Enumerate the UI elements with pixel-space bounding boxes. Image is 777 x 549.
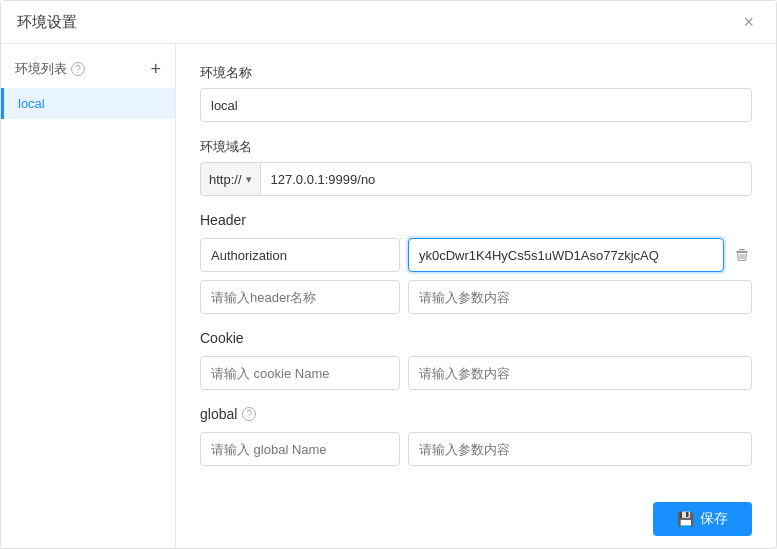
global-value-input-1[interactable] — [408, 432, 752, 466]
main-content: 环境名称 环境域名 http:// ▾ Header — [176, 44, 776, 548]
global-help-icon[interactable]: ? — [242, 407, 256, 421]
env-name-section: 环境名称 — [200, 64, 752, 122]
header-value-input-2[interactable] — [408, 280, 752, 314]
svg-rect-1 — [739, 249, 745, 250]
sidebar: 环境列表 ? + local — [1, 44, 176, 548]
sidebar-header: 环境列表 ? + — [1, 56, 175, 88]
header-key-input-2[interactable] — [200, 280, 400, 314]
protocol-select[interactable]: http:// ▾ — [200, 162, 260, 196]
global-section-title: global ? — [200, 406, 752, 422]
save-button[interactable]: 💾 保存 — [653, 502, 752, 536]
header-key-input-1[interactable] — [200, 238, 400, 272]
header-section-title: Header — [200, 212, 752, 228]
header-kv-row-2 — [200, 280, 752, 314]
trash-icon — [734, 247, 750, 263]
protocol-value: http:// — [209, 172, 242, 187]
env-name-label: 环境名称 — [200, 64, 752, 82]
sidebar-help-icon[interactable]: ? — [71, 62, 85, 76]
env-domain-section: 环境域名 http:// ▾ — [200, 138, 752, 196]
sidebar-header-label: 环境列表 ? — [15, 60, 85, 78]
dialog-title: 环境设置 — [17, 13, 77, 32]
header-kv-row-1 — [200, 238, 752, 272]
domain-input[interactable] — [260, 162, 752, 196]
global-kv-row-1 — [200, 432, 752, 466]
env-domain-label: 环境域名 — [200, 138, 752, 156]
cookie-key-input-1[interactable] — [200, 356, 400, 390]
header-value-input-1[interactable] — [408, 238, 724, 272]
header-section: Header — [200, 212, 752, 314]
domain-row: http:// ▾ — [200, 162, 752, 196]
global-section: global ? — [200, 406, 752, 466]
add-env-button[interactable]: + — [150, 60, 161, 78]
save-label: 保存 — [700, 510, 728, 528]
close-button[interactable]: × — [737, 11, 760, 33]
cookie-section: Cookie — [200, 330, 752, 390]
cookie-value-input-1[interactable] — [408, 356, 752, 390]
dialog-header: 环境设置 × — [1, 1, 776, 44]
save-icon: 💾 — [677, 511, 694, 527]
chevron-down-icon: ▾ — [246, 173, 252, 186]
dialog: 环境设置 × 环境列表 ? + local 环境名称 — [0, 0, 777, 549]
header-delete-button-1[interactable] — [732, 247, 752, 263]
actions-row: 💾 保存 — [200, 482, 752, 536]
sidebar-item-local[interactable]: local — [1, 88, 175, 119]
cookie-section-title: Cookie — [200, 330, 752, 346]
cookie-kv-row-1 — [200, 356, 752, 390]
dialog-body: 环境列表 ? + local 环境名称 环境域名 http:// — [1, 44, 776, 548]
env-name-input[interactable] — [200, 88, 752, 122]
global-key-input-1[interactable] — [200, 432, 400, 466]
